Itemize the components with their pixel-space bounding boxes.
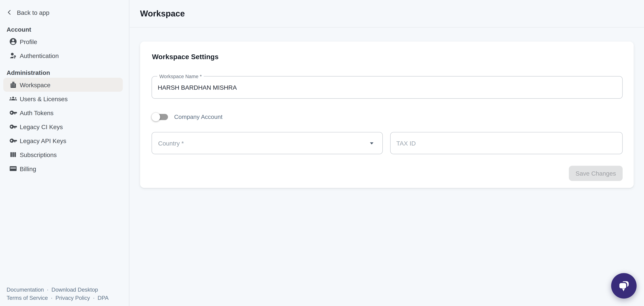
main-header: Workspace [130, 0, 644, 28]
footer-separator: · [93, 294, 95, 302]
sidebar-item-subscriptions[interactable]: Subscriptions [3, 148, 123, 162]
sidebar-item-legacy-ci-keys[interactable]: Legacy CI Keys [3, 120, 123, 133]
credit-card-icon [9, 165, 17, 173]
footer-link-documentation[interactable]: Documentation [6, 286, 44, 294]
footer-link-download-desktop[interactable]: Download Desktop [52, 286, 98, 294]
section-title-account: Account [0, 26, 129, 34]
key-icon [9, 108, 17, 117]
sidebar-item-label: Profile [20, 38, 37, 45]
sidebar-item-users-licenses[interactable]: Users & Licenses [3, 92, 123, 106]
sidebar-item-label: Billing [20, 165, 36, 172]
company-account-row: Company Account [152, 111, 222, 122]
chat-launcher-button[interactable] [611, 273, 636, 298]
sidebar-item-profile[interactable]: Profile [3, 35, 123, 49]
sidebar-item-authentication[interactable]: Authentication [3, 49, 123, 62]
page-title: Workspace [140, 9, 185, 19]
sidebar-item-auth-tokens[interactable]: Auth Tokens [3, 106, 123, 120]
card-title: Workspace Settings [152, 53, 218, 61]
authentication-icon [9, 51, 17, 60]
sidebar: Back to app Account Profile Authenticati… [0, 0, 130, 306]
key-icon [9, 122, 17, 131]
chevron-left-icon [6, 9, 13, 16]
users-icon [9, 95, 17, 103]
back-to-app-button[interactable]: Back to app [0, 7, 129, 18]
workspace-name-field: Workspace Name * [152, 76, 622, 99]
sidebar-footer: Documentation · Download Desktop Terms o… [6, 286, 109, 302]
sidebar-item-workspace[interactable]: Workspace [3, 78, 123, 92]
section-title-administration: Administration [0, 69, 129, 77]
country-placeholder: Country * [158, 140, 184, 147]
footer-separator: · [47, 286, 48, 294]
sidebar-item-label: Legacy CI Keys [20, 123, 63, 130]
key-icon [9, 136, 17, 145]
workspace-icon [9, 81, 17, 89]
footer-link-privacy-policy[interactable]: Privacy Policy [56, 294, 90, 302]
columns-icon [9, 150, 17, 159]
sidebar-item-billing[interactable]: Billing [3, 162, 123, 176]
sidebar-item-label: Workspace [20, 81, 50, 88]
sidebar-item-label: Subscriptions [20, 151, 57, 158]
company-account-label: Company Account [174, 114, 222, 120]
sidebar-item-label: Auth Tokens [20, 109, 54, 116]
workspace-settings-card: Workspace Settings Workspace Name * Comp… [140, 42, 634, 188]
profile-icon [9, 37, 17, 46]
footer-link-terms-of-service[interactable]: Terms of Service [6, 294, 48, 302]
footer-link-dpa[interactable]: DPA [98, 294, 108, 302]
sidebar-item-legacy-api-keys[interactable]: Legacy API Keys [3, 134, 123, 148]
country-select[interactable]: Country * [152, 132, 383, 154]
save-changes-button[interactable]: Save Changes [569, 166, 622, 181]
back-to-app-label: Back to app [17, 9, 49, 16]
app-root: Back to app Account Profile Authenticati… [0, 0, 644, 306]
tax-id-input[interactable] [390, 132, 622, 154]
sidebar-item-label: Legacy API Keys [20, 137, 66, 144]
workspace-name-label: Workspace Name * [157, 74, 204, 79]
company-account-toggle[interactable] [152, 112, 168, 121]
main-content: Workspace Workspace Settings Workspace N… [130, 0, 644, 306]
tax-id-field [390, 132, 622, 154]
workspace-name-input[interactable] [152, 76, 622, 98]
chat-bubbles-icon [617, 279, 631, 293]
footer-separator: · [51, 294, 52, 302]
chevron-down-icon [367, 139, 376, 148]
sidebar-item-label: Users & Licenses [20, 95, 68, 102]
sidebar-item-label: Authentication [20, 52, 59, 59]
switch-knob [152, 112, 160, 121]
